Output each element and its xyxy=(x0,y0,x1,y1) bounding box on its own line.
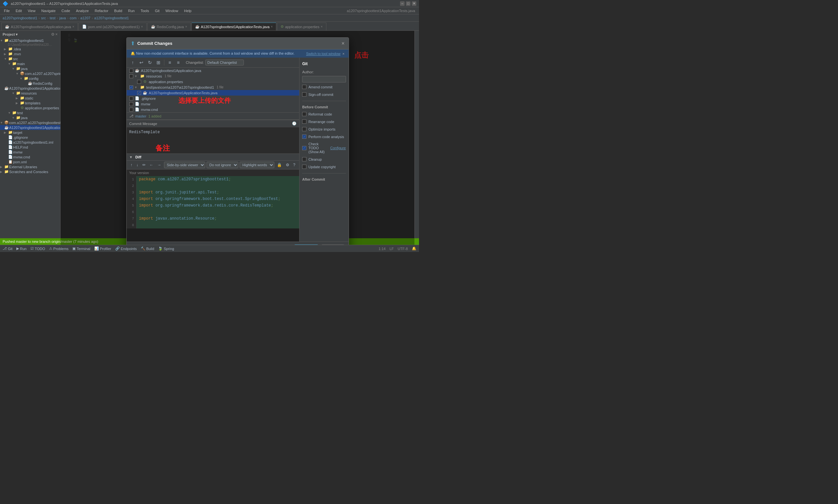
checktodo-checkbox[interactable]: ✓ xyxy=(302,146,306,150)
menu-run[interactable]: Run xyxy=(125,8,137,14)
history-icon[interactable]: 🕐 xyxy=(292,122,297,126)
file-checkbox[interactable] xyxy=(129,102,133,106)
endpoints-bottom-item[interactable]: 🔗 Endpoints xyxy=(115,247,137,251)
terminal-bottom-item[interactable]: ▣ Terminal xyxy=(72,247,90,251)
tree-idea[interactable]: ▶ 📁 .idea xyxy=(0,47,60,51)
tree-static[interactable]: ▶ 📁 static xyxy=(0,95,60,101)
updatecopyright-row[interactable]: Update copyright xyxy=(302,164,346,170)
tree-target[interactable]: ▶ 📁 target xyxy=(0,130,60,135)
sidebar-close-icon[interactable]: × xyxy=(55,32,58,37)
configure-link[interactable]: Configure xyxy=(330,146,346,150)
diff-fwd-btn[interactable]: → xyxy=(156,162,163,168)
reformat-row[interactable]: Reformat code xyxy=(302,111,346,117)
rearrange-checkbox[interactable] xyxy=(302,120,306,124)
tab-redisconfig[interactable]: ☕ RedisConfig.java × xyxy=(147,22,191,31)
diff-highlight-select[interactable]: Highlight words xyxy=(239,162,274,168)
toolbar-collapse-btn[interactable]: ≡ xyxy=(175,59,182,66)
breadcrumb-part[interactable]: a1207springboottest1 xyxy=(94,16,129,20)
commit-button[interactable]: Commit xyxy=(294,245,319,245)
commit-folder-item[interactable]: ▼ 📁 resources 1 file xyxy=(127,73,300,79)
toolbar-undo-btn[interactable]: ↩ xyxy=(138,59,145,66)
cleanup-row[interactable]: Cleanup xyxy=(302,156,346,162)
menu-build[interactable]: Build xyxy=(112,8,125,14)
tree-root[interactable]: ▼ 📁 a1207springboottest1 xyxy=(0,38,60,43)
rearrange-row[interactable]: Rearrange code xyxy=(302,119,346,125)
commit-file-item[interactable]: 📄 mvnw.cmd xyxy=(127,107,300,112)
diff-toggle-icon[interactable]: ▼ xyxy=(129,155,133,159)
menu-tools[interactable]: Tools xyxy=(138,8,151,14)
tree-iml[interactable]: ▶ 📄 a1207springboottest1.iml xyxy=(0,140,60,145)
run-bottom-item[interactable]: ▶ Run xyxy=(16,247,26,251)
tab-pom[interactable]: 📄 pom.xml (a1207springboottest1) × xyxy=(78,22,147,31)
tree-help[interactable]: ▶ 📄 HELP.md xyxy=(0,145,60,149)
tree-a1207app[interactable]: ▶ ☕ A1207springboottest1Application xyxy=(0,86,60,91)
tree-extlib[interactable]: ▶ 📁 External Libraries xyxy=(0,164,60,169)
problems-bottom-item[interactable]: ⚠ Problems xyxy=(49,247,68,251)
diff-lock-icon[interactable]: 🔒 xyxy=(275,162,283,168)
profiler-bottom-item[interactable]: 📊 Profiler xyxy=(94,247,111,251)
tab-close-icon[interactable]: × xyxy=(185,25,187,29)
toolbar-grid-btn[interactable]: ⊞ xyxy=(155,59,162,66)
signoff-commit-row[interactable]: Sign-off commit xyxy=(302,91,346,97)
tab-close-icon[interactable]: × xyxy=(72,25,74,29)
toolbar-expand-btn[interactable]: ≡ xyxy=(166,59,174,66)
file-checkbox[interactable] xyxy=(137,80,141,84)
copyright-checkbox[interactable] xyxy=(302,165,306,169)
file-checkbox[interactable]: ✓ xyxy=(137,91,141,95)
tree-config[interactable]: ▼ 📁 config xyxy=(0,76,60,81)
breadcrumb-part[interactable]: a1207 xyxy=(81,16,91,20)
optimize-row[interactable]: Optimize imports xyxy=(302,126,346,132)
diff-settings-icon[interactable]: ⚙ xyxy=(284,162,291,168)
build-bottom-item[interactable]: 🔨 Build xyxy=(141,247,154,251)
diff-prev-btn[interactable]: ↑ xyxy=(129,162,134,168)
menu-code[interactable]: Code xyxy=(59,8,73,14)
optimize-checkbox[interactable] xyxy=(302,127,306,131)
minimize-button[interactable]: – xyxy=(400,1,405,6)
tree-gitignore[interactable]: ▶ 📄 .gitignore xyxy=(0,135,60,140)
menu-view[interactable]: View xyxy=(25,8,38,14)
modal-close-button[interactable]: × xyxy=(341,40,344,47)
tab-apptests[interactable]: ☕ A1207springboottest1ApplicationTests.j… xyxy=(192,22,277,31)
spring-bottom-item[interactable]: 🍃 Spring xyxy=(158,247,174,251)
tree-mvnw[interactable]: ▶ 📄 mvnw xyxy=(0,149,60,155)
maximize-button[interactable]: □ xyxy=(406,1,410,6)
amend-checkbox[interactable] xyxy=(302,85,306,89)
tree-resources[interactable]: ▼ 📁 resources xyxy=(0,91,60,95)
commit-file-item[interactable]: ⚙ application.properties xyxy=(127,79,300,85)
diff-ignore-select[interactable]: Do not ignore xyxy=(207,162,238,168)
tree-scratches[interactable]: ▶ 📁 Scratches and Consoles xyxy=(0,169,60,174)
author-input[interactable] xyxy=(302,76,346,83)
tree-templates[interactable]: ▶ 📁 templates xyxy=(0,101,60,105)
cleanup-checkbox[interactable] xyxy=(302,157,306,161)
tree-test-com[interactable]: ▼ 📦 com.a1207.a1207springboottest1 xyxy=(0,120,60,125)
cancel-button[interactable]: Cancel xyxy=(321,245,344,245)
tree-appprops[interactable]: ▶ ⚙ application.properties xyxy=(0,105,60,110)
breadcrumb-part[interactable]: com xyxy=(70,16,76,20)
toolbar-up-btn[interactable]: ↑ xyxy=(129,59,137,66)
file-checkbox[interactable] xyxy=(129,108,133,112)
tab-close-icon[interactable]: × xyxy=(271,25,273,29)
menu-refactor[interactable]: Refactor xyxy=(92,8,111,14)
tree-apptests[interactable]: ▶ ☕ A1207springboottest1ApplicationTests xyxy=(0,125,60,130)
git-bottom-item[interactable]: ⎇ Git xyxy=(3,247,13,251)
menu-file[interactable]: File xyxy=(1,8,13,14)
tab-application[interactable]: ☕ A1207springboottest1Application.java × xyxy=(1,22,78,31)
breadcrumb-part[interactable]: java xyxy=(59,16,66,20)
menu-edit[interactable]: Edit xyxy=(13,8,24,14)
commit-message-input[interactable]: RedisTemplate xyxy=(127,127,300,154)
todo-bottom-item[interactable]: ☑ TODO xyxy=(31,247,45,251)
menu-navigate[interactable]: Navigate xyxy=(39,8,58,14)
close-button[interactable]: ✕ xyxy=(412,1,416,6)
breadcrumb-part[interactable]: src xyxy=(41,16,46,20)
menu-help[interactable]: Help xyxy=(181,8,194,14)
checktodo-row[interactable]: ✓ Check TODO (Show All) Configure xyxy=(302,141,346,155)
tree-test-java[interactable]: ▼ 📁 java xyxy=(0,115,60,120)
perform-row[interactable]: ✓ Perform code analysis xyxy=(302,133,346,140)
tab-appprops[interactable]: ⚙ application.properties × xyxy=(277,22,326,31)
diff-viewer-select[interactable]: Side-by-side viewer xyxy=(164,162,205,168)
menu-analyze[interactable]: Analyze xyxy=(73,8,91,14)
amend-commit-row[interactable]: Amend commit xyxy=(302,84,346,90)
diff-next-btn[interactable]: ↓ xyxy=(135,162,140,168)
tree-test[interactable]: ▼ 📁 test xyxy=(0,110,60,115)
file-checkbox[interactable]: ✓ xyxy=(129,86,133,89)
